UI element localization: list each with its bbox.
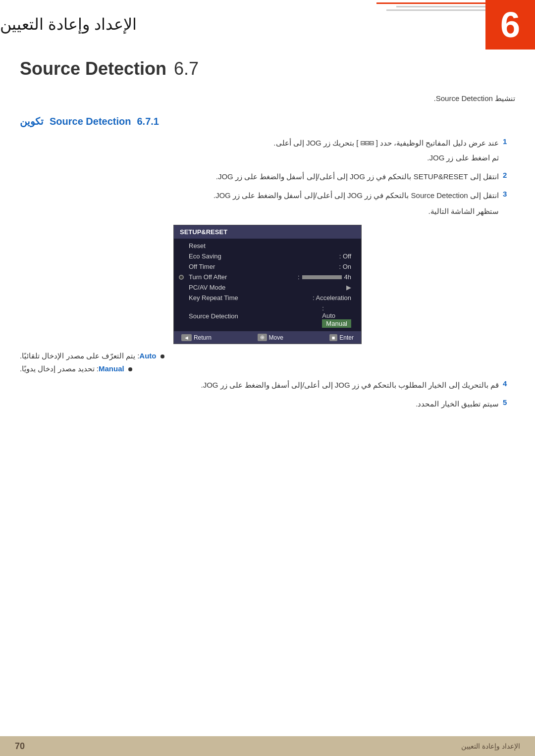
menu-title-bar: SETUP&RESET [174,225,361,239]
step-1-number: 1 [503,137,515,146]
sub-section-prefix: تكوين [20,115,44,127]
activation-en: Source Detection [436,94,493,102]
header-decorative-lines [376,0,485,11]
menu-value-eco: : Off [339,252,351,260]
step-2-number: 2 [503,171,515,179]
chapter-title-area: الإعداد وإعادة التعيين [0,10,161,34]
menu-row-keyrepeat: Key Repeat Time : Acceleration [174,293,361,303]
source-manual: Manual [322,319,351,328]
menu-value-pcav: ▶ [346,284,351,291]
move-label: Move [269,334,283,341]
menu-footer-enter: ■ Enter [329,334,354,341]
menu-row-pcav: PC/AV Mode ▶ [174,282,361,293]
step-1-sub: ثم اضغط على زر JOG. [20,152,515,164]
section-number: 6.7 [174,58,199,79]
step-5: 5 سيتم تطبيق الخيار المحدد. [20,398,515,410]
activation-text: تنشيط Source Detection. [20,94,515,103]
bar-container: : 4h [298,273,351,281]
step-5-block: 5 سيتم تطبيق الخيار المحدد. [20,398,515,410]
step-3: 3 انتقل إلى Source Detection بالتحكم في … [20,190,515,202]
source-det-values: Auto Manual [322,312,351,328]
bullet-manual-text: Manual: تحديد مصدر إدخال يدويًا. [20,364,124,373]
step-2: 2 انتقل إلى SETUP&RESET بالتحكم في زر JO… [20,171,515,183]
section-title: Source Detection [20,58,166,79]
menu-body: Reset Eco Saving : Off Off Timer : On Tu… [174,239,361,331]
step-2-block: 2 انتقل إلى SETUP&RESET بالتحكم في زر JO… [20,171,515,183]
menu-value-turnoff: : 4h [298,273,351,281]
menu-row-reset: Reset [174,241,361,251]
menu-row-sourcedet: Source Detection : Auto Manual [174,303,361,329]
header-line-2 [396,6,485,7]
menu-row-offtimer: Off Timer : On [174,261,361,272]
section-title-row: 6.7 Source Detection [20,58,515,79]
step-1-sub-text: ثم اضغط على زر JOG. [20,152,499,164]
menu-value-sourcedet: : Auto Manual [322,304,351,328]
move-btn: ⊕ [258,334,267,341]
manual-label: Manual [99,364,124,373]
menu-label-pcav: PC/AV Mode [189,284,346,291]
step-4-block: 4 قم بالتحريك إلى الخيار المطلوب بالتحكم… [20,379,515,391]
bullet-auto: Auto: يتم التعرّف على مصدر الإدخال تلقائ… [20,352,505,360]
menu-footer-move: ⊕ Move [258,334,283,341]
step-5-number: 5 [503,398,515,406]
menu-row-turnoff: Turn Off After : 4h [174,272,361,282]
chapter-number-box: 6 [485,0,535,50]
menu-value-offtimer: : On [339,263,351,270]
step-1-text: عند عرض دليل المفاتيح الوظيفية، حدد [ ⊟⊟… [20,137,499,149]
page-footer: الإعداد وإعادة التعيين 70 [0,736,535,756]
step-2-text: انتقل إلى SETUP&RESET بالتحكم في زر JOG … [20,171,499,183]
menu-label-keyrepeat: Key Repeat Time [189,294,313,302]
menu-value-keyrepeat: : Acceleration [313,294,351,302]
activation-label: تنشيط [493,94,515,102]
footer-page-number: 70 [15,741,25,752]
source-auto: Auto [322,312,335,319]
bullet-auto-text: Auto: يتم التعرّف على مصدر الإدخال تلقائ… [20,352,157,360]
enter-label: Enter [339,334,354,341]
menu-label-sourcedet: Source Detection [189,312,322,320]
step-5-text: سيتم تطبيق الخيار المحدد. [20,398,499,410]
enter-btn: ■ [329,334,338,341]
menu-label-offtimer: Off Timer [189,263,339,270]
step-4-text: قم بالتحريك إلى الخيار المطلوب بالتحكم ف… [20,379,499,391]
chapter-title: الإعداد وإعادة التعيين [0,15,142,34]
sub-section-title-en: Source Detection [50,116,131,127]
bullet-section: Auto: يتم التعرّف على مصدر الإدخال تلقائ… [20,352,515,373]
return-label: Return [194,334,212,341]
main-content: 6.7 Source Detection تنشيط Source Detect… [0,39,535,437]
menu-row-eco: Eco Saving : Off [174,251,361,261]
step-1-block: 1 عند عرض دليل المفاتيح الوظيفية، حدد [ … [20,137,515,164]
step-3-number: 3 [503,190,515,198]
step-4-number: 4 [503,379,515,388]
header-line-3 [386,9,485,11]
step-3-block: 3 انتقل إلى Source Detection بالتحكم في … [20,190,515,217]
bullet-dot-auto [160,354,164,358]
step-3-text: انتقل إلى Source Detection بالتحكم في زر… [20,190,499,202]
footer-chapter-text: الإعداد وإعادة التعيين [461,742,520,750]
step-3-sub: ستظهر الشاشة التالية. [20,205,515,217]
header-line-1 [376,2,485,4]
header: الإعداد وإعادة التعيين 6 [0,0,535,39]
bullet-manual: Manual: تحديد مصدر إدخال يدويًا. [20,364,505,373]
bullet-dot-indicator [179,275,184,280]
menu-label-turnoff: Turn Off After [189,273,298,281]
step-3-sub-text: ستظهر الشاشة التالية. [20,205,499,217]
auto-label: Auto [139,352,156,360]
menu-bar [302,275,342,279]
bullet-dot-manual [128,367,132,371]
menu-footer-return: ◄ Return [181,334,212,341]
sub-section-title-row: 6.7.1 Source Detection تكوين [20,115,515,127]
return-btn: ◄ [181,334,192,341]
step-4: 4 قم بالتحريك إلى الخيار المطلوب بالتحكم… [20,379,515,391]
chapter-number: 6 [500,4,520,45]
menu-label-reset: Reset [189,242,351,250]
menu-screenshot: SETUP&RESET Reset Eco Saving : Off Off T… [173,225,362,344]
menu-label-eco: Eco Saving [189,252,339,260]
sub-section-number: 6.7.1 [137,116,159,127]
menu-footer: ◄ Return ⊕ Move ■ Enter [174,331,361,344]
step-1: 1 عند عرض دليل المفاتيح الوظيفية، حدد [ … [20,137,515,149]
